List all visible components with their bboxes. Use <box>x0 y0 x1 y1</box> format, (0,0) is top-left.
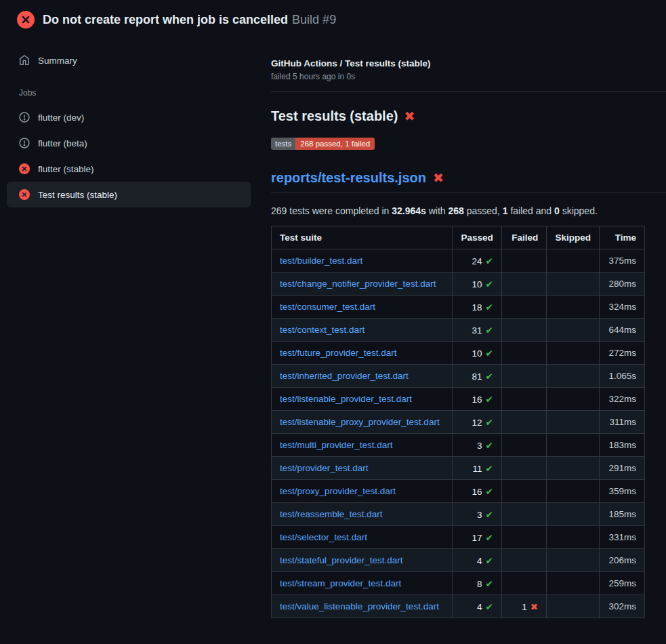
time-cell: 259ms <box>599 572 644 595</box>
passed-cell: 18✔ <box>453 296 501 319</box>
failed-x-icon: ✖ <box>404 108 415 124</box>
time-cell: 206ms <box>599 549 644 572</box>
skipped-cell <box>547 549 600 572</box>
suite-link[interactable]: test/selector_test.dart <box>280 532 367 542</box>
sidebar: Summary Jobs flutter (dev) flutter (beta… <box>0 38 257 207</box>
skipped-cell <box>547 526 600 549</box>
table-row: test/context_test.dart 31✔ ✖ 644ms <box>272 319 645 342</box>
passed-cell: 10✔ <box>453 273 501 296</box>
build-number: Build #9 <box>292 13 336 26</box>
time-cell: 644ms <box>599 319 644 342</box>
time-cell: 311ms <box>599 411 644 434</box>
passed-cell: 16✔ <box>453 388 501 411</box>
passed-cell: 31✔ <box>453 319 501 342</box>
skipped-cell <box>547 434 600 457</box>
suite-link[interactable]: test/inherited_provider_test.dart <box>280 371 409 381</box>
skipped-cell <box>547 319 600 342</box>
failed-circle-icon <box>19 163 30 174</box>
sidebar-item-flutter-beta[interactable]: flutter (beta) <box>7 130 251 156</box>
suite-link[interactable]: test/value_listenable_provider_test.dart <box>280 601 439 611</box>
passed-cell: 10✔ <box>453 342 501 365</box>
passed-count: 268 <box>449 205 464 216</box>
sidebar-item-flutter-stable[interactable]: flutter (stable) <box>7 156 251 182</box>
col-header-time: Time <box>599 226 644 249</box>
time-cell: 272ms <box>599 342 644 365</box>
suite-link[interactable]: test/consumer_test.dart <box>280 302 375 312</box>
table-row: test/stateful_provider_test.dart 4✔ ✖ 20… <box>272 549 645 572</box>
sidebar-item-summary[interactable]: Summary <box>7 47 251 73</box>
skipped-cell <box>547 457 600 480</box>
suite-link[interactable]: test/stream_provider_test.dart <box>280 578 401 588</box>
check-icon: ✔ <box>485 602 493 612</box>
table-row: test/change_notifier_provider_test.dart … <box>272 273 645 296</box>
check-icon: ✔ <box>485 371 493 382</box>
failed-circle-icon <box>17 11 35 28</box>
report-heading: reports/test-results.json ✖ <box>271 170 666 193</box>
time-cell: 1.065s <box>599 365 644 388</box>
test-results-table: Test suite Passed Failed Skipped Time te… <box>271 226 645 618</box>
suite-link[interactable]: test/reassemble_test.dart <box>280 509 383 519</box>
x-icon: ✖ <box>530 602 538 612</box>
divider <box>271 92 666 92</box>
suite-link[interactable]: test/listenable_provider_test.dart <box>280 394 412 404</box>
job-label: flutter (beta) <box>38 138 87 148</box>
table-row: test/reassemble_test.dart 3✔ ✖ 185ms <box>272 503 645 526</box>
table-row: test/consumer_test.dart 18✔ ✖ 324ms <box>272 296 645 319</box>
skipped-cell <box>547 572 600 595</box>
failed-cell: ✖ <box>501 249 546 273</box>
skipped-cell <box>547 480 600 503</box>
suite-link[interactable]: test/builder_test.dart <box>280 256 362 266</box>
passed-cell: 81✔ <box>453 365 501 388</box>
report-file-link[interactable]: reports/test-results.json <box>271 170 426 186</box>
skipped-cell <box>547 365 600 388</box>
skipped-cell <box>547 273 600 296</box>
build-header: Do not create report when job is cancell… <box>0 0 666 38</box>
skipped-cell <box>547 249 600 273</box>
skipped-cell <box>547 411 600 434</box>
failed-cell: ✖ <box>501 411 546 434</box>
time-cell: 183ms <box>599 434 644 457</box>
run-status-line: failed 5 hours ago in 0s <box>271 72 666 81</box>
check-icon: ✔ <box>485 395 493 405</box>
table-row: test/stream_provider_test.dart 8✔ ✖ 259m… <box>272 572 645 595</box>
neutral-status-icon <box>19 112 30 123</box>
suite-link[interactable]: test/multi_provider_test.dart <box>280 440 393 450</box>
table-row: test/selector_test.dart 17✔ ✖ 331ms <box>272 526 645 549</box>
table-row: test/listenable_provider_test.dart 16✔ ✖… <box>272 388 645 411</box>
summary-line: 269 tests were completed in 32.964s with… <box>271 205 666 216</box>
suite-link[interactable]: test/future_provider_test.dart <box>280 348 397 358</box>
table-row: test/value_listenable_provider_test.dart… <box>272 595 645 618</box>
badge-value: 268 passed, 1 failed <box>295 138 375 150</box>
sidebar-item-flutter-dev[interactable]: flutter (dev) <box>7 104 251 130</box>
col-header-skipped: Skipped <box>547 226 600 249</box>
sidebar-item-test-results-stable[interactable]: Test results (stable) <box>7 182 251 207</box>
suite-link[interactable]: test/listenable_proxy_provider_test.dart <box>280 417 440 427</box>
skipped-count: 0 <box>554 205 560 216</box>
build-title: Do not create report when job is cancell… <box>43 13 288 26</box>
check-icon: ✔ <box>485 441 493 451</box>
time-cell: 291ms <box>599 457 644 480</box>
failed-cell: ✖ <box>501 480 546 503</box>
failed-cell: ✖ <box>501 572 546 595</box>
tests-badge: tests 268 passed, 1 failed <box>271 138 375 150</box>
table-row: test/listenable_proxy_provider_test.dart… <box>272 411 645 434</box>
failed-cell: ✖ <box>501 434 546 457</box>
check-icon: ✔ <box>485 418 493 428</box>
suite-link[interactable]: test/change_notifier_provider_test.dart <box>280 279 436 289</box>
failed-cell: ✖ <box>501 296 546 319</box>
failed-cell: ✖ <box>501 549 546 572</box>
suite-link[interactable]: test/stateful_provider_test.dart <box>280 555 403 565</box>
passed-cell: 24✔ <box>453 249 501 273</box>
suite-link[interactable]: test/provider_test.dart <box>280 463 369 473</box>
failed-x-icon: ✖ <box>433 170 444 186</box>
suite-link[interactable]: test/context_test.dart <box>280 325 365 335</box>
check-icon: ✔ <box>485 556 493 566</box>
check-icon: ✔ <box>485 533 493 543</box>
passed-cell: 4✔ <box>453 549 501 572</box>
job-label: flutter (stable) <box>38 164 94 174</box>
time-cell: 185ms <box>599 503 644 526</box>
table-row: test/future_provider_test.dart 10✔ ✖ 272… <box>272 342 645 365</box>
suite-link[interactable]: test/proxy_provider_test.dart <box>280 486 396 496</box>
failed-circle-icon <box>19 189 30 200</box>
jobs-section-label: Jobs <box>0 88 257 98</box>
